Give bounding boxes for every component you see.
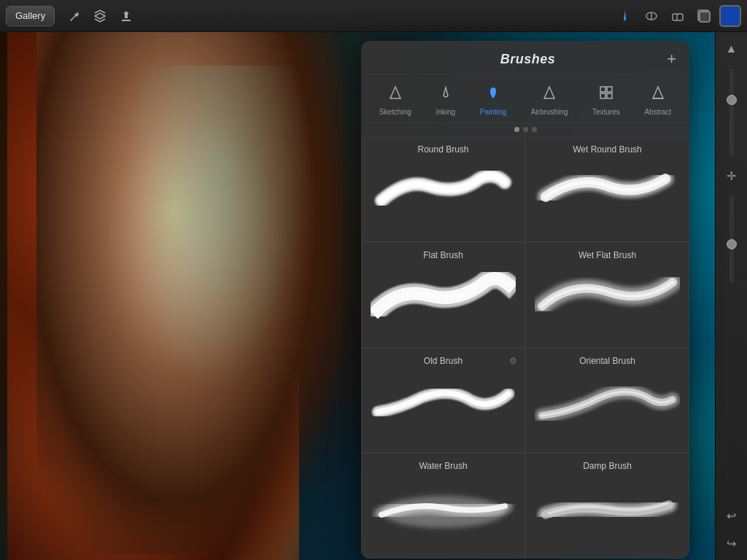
brush-name-round-brush: Round Brush: [371, 144, 516, 155]
svg-rect-9: [607, 87, 612, 92]
panel-header: Brushes +: [361, 41, 689, 75]
undo-icon[interactable]: ↩: [721, 505, 743, 526]
textures-label: Textures: [592, 108, 620, 116]
portrait-artwork: [0, 29, 379, 560]
category-tab-textures[interactable]: Textures: [588, 82, 624, 119]
category-tab-sketching[interactable]: Sketching: [375, 82, 416, 119]
brush-cell-wet-round-brush[interactable]: Wet Round Brush: [525, 136, 689, 242]
pencil-tool[interactable]: [614, 5, 636, 27]
category-tab-abstract[interactable]: Abstract: [640, 82, 676, 119]
brush-cell-damp-brush[interactable]: Damp Brush: [525, 453, 689, 559]
eraser-tool[interactable]: [667, 5, 689, 27]
svg-marker-7: [544, 87, 554, 98]
brush-cell-round-brush[interactable]: Round Brush: [361, 136, 525, 242]
brush-name-damp-brush: Damp Brush: [535, 461, 680, 471]
brushes-panel: Brushes + Sketching Inking Painting Airb…: [361, 41, 689, 559]
layers-button[interactable]: [87, 5, 113, 27]
category-tab-inking[interactable]: Inking: [431, 82, 460, 119]
painting-label: Painting: [480, 108, 506, 116]
category-tabs: Sketching Inking Painting Airbrushing Te…: [361, 75, 689, 124]
brush-preview-oriental-brush: [535, 372, 680, 430]
pagination-dot-2[interactable]: [532, 127, 537, 132]
brush-preview-round-brush: [371, 160, 516, 219]
svg-rect-2: [673, 14, 683, 20]
wrench-button[interactable]: [61, 5, 87, 27]
svg-rect-10: [600, 93, 605, 98]
airbrushing-label: Airbrushing: [531, 108, 568, 116]
crosshair-icon[interactable]: ✛: [721, 165, 743, 187]
brush-preview-water-brush: [371, 477, 516, 535]
panel-title: Brushes: [500, 52, 556, 67]
brush-name-wet-flat-brush: Wet Flat Brush: [535, 250, 680, 260]
color-swatch[interactable]: [719, 5, 741, 27]
textures-icon: [599, 85, 614, 105]
redo-icon[interactable]: ↪: [721, 532, 743, 554]
size-slider[interactable]: [729, 69, 734, 156]
brush-name-flat-brush: Flat Brush: [371, 250, 516, 260]
brush-name-water-brush: Water Brush: [371, 461, 516, 471]
abstract-label: Abstract: [644, 108, 671, 116]
brush-name-oriental-brush: Oriental Brush: [535, 356, 680, 366]
gallery-button[interactable]: Gallery: [6, 6, 55, 26]
abstract-icon: [651, 85, 665, 105]
inking-icon: [438, 85, 453, 105]
pagination-dot-1[interactable]: [523, 127, 528, 132]
smudge-tool[interactable]: [640, 5, 662, 27]
category-tab-painting[interactable]: Painting: [476, 82, 511, 119]
layers-tool[interactable]: [693, 5, 715, 27]
svg-marker-6: [390, 87, 400, 98]
inking-label: Inking: [436, 108, 455, 116]
svg-marker-12: [653, 87, 663, 98]
brush-cell-old-brush[interactable]: Old Brush ⚙: [361, 348, 525, 454]
brush-cell-flat-brush[interactable]: Flat Brush: [361, 242, 525, 348]
brush-settings-icon-old-brush[interactable]: ⚙: [509, 356, 517, 366]
brush-cell-water-brush[interactable]: Water Brush: [361, 453, 525, 559]
brush-cell-oriental-brush[interactable]: Oriental Brush: [525, 348, 689, 454]
brush-preview-wet-flat-brush: [535, 266, 680, 324]
export-button[interactable]: [113, 5, 139, 27]
sketching-icon: [388, 85, 403, 105]
portrait-glow: [109, 66, 328, 430]
pagination-dot-0[interactable]: [514, 127, 519, 132]
sketching-label: Sketching: [379, 108, 411, 116]
top-toolbar: Gallery: [0, 0, 747, 32]
brush-name-wet-round-brush: Wet Round Brush: [535, 144, 680, 155]
svg-rect-8: [600, 87, 605, 92]
opacity-slider[interactable]: [729, 195, 734, 283]
right-sidebar: ▲ ✛ ↩ ↪: [715, 32, 747, 560]
category-tab-airbrushing[interactable]: Airbrushing: [527, 82, 573, 119]
svg-rect-5: [700, 12, 710, 22]
add-brush-button[interactable]: +: [667, 51, 676, 67]
painting-icon: [486, 85, 500, 105]
chevron-up-icon[interactable]: ▲: [721, 38, 743, 60]
brush-preview-old-brush: [371, 372, 516, 430]
brush-preview-wet-round-brush: [535, 160, 680, 219]
brush-name-old-brush: Old Brush: [371, 356, 516, 366]
brush-grid: Round Brush Wet Round Brush Flat Brush: [361, 136, 689, 559]
brush-preview-damp-brush: [535, 477, 680, 535]
airbrushing-icon: [542, 85, 557, 105]
svg-rect-11: [607, 93, 612, 98]
brush-preview-flat-brush: [371, 266, 516, 324]
brush-cell-wet-flat-brush[interactable]: Wet Flat Brush: [525, 242, 689, 348]
pagination-dots: [361, 124, 689, 136]
